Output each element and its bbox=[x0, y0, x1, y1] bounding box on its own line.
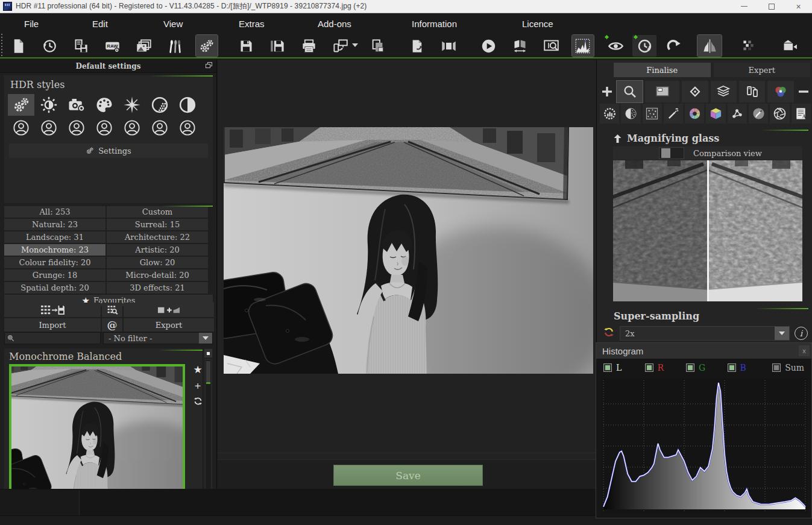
colour-cube-tool[interactable] bbox=[706, 104, 725, 124]
category-natural[interactable]: Natural: 23 bbox=[4, 219, 105, 230]
colour-wheel-tool[interactable] bbox=[685, 104, 704, 124]
menu-information[interactable]: Information bbox=[412, 13, 457, 34]
category-colour-fidelity[interactable]: Colour fidelity: 20 bbox=[4, 257, 105, 268]
import-presets-icon[interactable] bbox=[4, 303, 101, 317]
style-globe-dots-icon[interactable] bbox=[146, 94, 173, 116]
style-gears-icon[interactable] bbox=[8, 94, 34, 116]
export-button[interactable]: Export bbox=[124, 318, 214, 332]
menu-add-ons[interactable]: Add-ons bbox=[318, 13, 351, 34]
info-icon[interactable]: i bbox=[795, 327, 808, 340]
search-input[interactable] bbox=[15, 334, 93, 342]
dropdown-caret-icon[interactable] bbox=[352, 43, 358, 47]
new-file-button[interactable] bbox=[7, 35, 29, 57]
super-sampling-dropdown[interactable]: 2x bbox=[620, 326, 790, 341]
aperture-tool[interactable] bbox=[770, 104, 789, 124]
image-gallery-button[interactable] bbox=[133, 35, 154, 57]
channel-g[interactable]: G bbox=[686, 363, 728, 373]
add-preset-button[interactable] bbox=[600, 81, 614, 102]
preset-search-field[interactable] bbox=[4, 332, 101, 344]
camera-export-button[interactable] bbox=[777, 35, 801, 57]
denoise-dots-tool[interactable] bbox=[643, 104, 662, 124]
filter-dropdown[interactable]: - No filter - bbox=[103, 332, 213, 344]
style-sparkle-icon[interactable] bbox=[119, 94, 145, 116]
checkbox[interactable] bbox=[728, 363, 736, 372]
sync-preset-icon[interactable] bbox=[193, 396, 203, 406]
menu-licence[interactable]: Licence bbox=[522, 13, 553, 34]
optimisation-gear-tool[interactable] bbox=[600, 104, 619, 124]
chevron-down-icon[interactable] bbox=[775, 327, 789, 340]
brushes-button[interactable] bbox=[164, 35, 186, 57]
copy-stack-button[interactable] bbox=[367, 35, 389, 57]
comparison-toggle[interactable] bbox=[659, 147, 684, 159]
flip-horizontal-button[interactable] bbox=[697, 35, 722, 57]
copy-save-button[interactable] bbox=[70, 35, 92, 57]
checkbox[interactable] bbox=[645, 363, 653, 372]
preview-eye-button[interactable] bbox=[603, 35, 628, 57]
magnifying-glass-tool[interactable] bbox=[617, 81, 643, 102]
chevron-down-icon[interactable] bbox=[199, 333, 212, 344]
layers-tool[interactable] bbox=[711, 81, 737, 102]
channel-sum[interactable]: Sum bbox=[772, 363, 804, 373]
view-magnifier-button[interactable] bbox=[541, 35, 562, 57]
picture-in-picture-tool[interactable] bbox=[645, 81, 679, 102]
point-of-interest-tool[interactable] bbox=[682, 81, 708, 102]
user-style-icon[interactable] bbox=[146, 117, 173, 139]
channel-r[interactable]: R bbox=[645, 363, 687, 373]
brush-tool[interactable] bbox=[749, 104, 768, 124]
category-glow[interactable]: Glow: 20 bbox=[107, 257, 208, 268]
checkbox[interactable] bbox=[772, 363, 781, 372]
checker-pattern-button[interactable] bbox=[737, 35, 761, 57]
category-spatial-depth[interactable]: Spatial depth: 20 bbox=[4, 282, 105, 294]
user-style-icon[interactable] bbox=[36, 117, 62, 139]
category-grunge[interactable]: Grunge: 18 bbox=[4, 269, 105, 281]
redo-button[interactable] bbox=[661, 35, 685, 57]
favourite-star-icon[interactable]: ★ bbox=[193, 365, 202, 375]
category-surreal[interactable]: Surreal: 15 bbox=[107, 219, 208, 230]
compare-width-button[interactable] bbox=[509, 35, 531, 57]
style-contrast-sun-icon[interactable] bbox=[36, 94, 62, 116]
undock-panel-icon[interactable] bbox=[206, 62, 212, 69]
text-document-tool[interactable] bbox=[792, 104, 811, 124]
category-landscape[interactable]: Landscape: 31 bbox=[4, 231, 105, 243]
batch-panels-tool[interactable] bbox=[739, 81, 765, 102]
scrollbar-thumb[interactable] bbox=[206, 361, 210, 384]
menu-extras[interactable]: Extras bbox=[239, 13, 265, 34]
retouch-wand-tool[interactable] bbox=[664, 104, 683, 124]
menu-view[interactable]: View bbox=[163, 13, 183, 34]
rgb-channels-tool[interactable] bbox=[767, 81, 793, 102]
menu-edit[interactable]: Edit bbox=[92, 13, 108, 34]
comparison-divider[interactable] bbox=[707, 160, 709, 301]
user-style-icon[interactable] bbox=[91, 117, 118, 139]
super-sampling-header[interactable]: Super-sampling bbox=[614, 310, 699, 322]
histogram-header[interactable]: Histogram x bbox=[596, 343, 811, 359]
gradient-sphere-tool[interactable] bbox=[621, 104, 640, 124]
category-architecture[interactable]: Architecture: 22 bbox=[107, 231, 208, 243]
user-style-icon[interactable] bbox=[8, 117, 34, 139]
preview-timer-button[interactable] bbox=[632, 35, 656, 57]
histogram-view-button[interactable] bbox=[572, 35, 594, 57]
checkbox[interactable] bbox=[603, 363, 612, 372]
resample-refresh-icon[interactable] bbox=[603, 326, 615, 341]
comparison-view[interactable] bbox=[613, 160, 802, 301]
save-button-toolbar[interactable] bbox=[236, 35, 257, 57]
toggle-handle[interactable] bbox=[661, 148, 670, 158]
minimize-button[interactable] bbox=[731, 0, 758, 13]
category-all[interactable]: All: 253 bbox=[4, 206, 105, 218]
print-button[interactable] bbox=[298, 35, 320, 57]
raw-settings-button[interactable] bbox=[101, 35, 123, 57]
close-icon[interactable]: x bbox=[799, 345, 810, 356]
tab-expert[interactable]: Expert bbox=[714, 63, 811, 77]
settings-button[interactable]: Settings bbox=[9, 143, 208, 158]
user-style-icon[interactable] bbox=[119, 117, 145, 139]
preview-image[interactable] bbox=[224, 127, 593, 374]
style-palette-icon[interactable] bbox=[91, 94, 118, 116]
category-custom[interactable]: Custom bbox=[107, 206, 208, 218]
panorama-view-button[interactable] bbox=[438, 35, 460, 57]
import-button[interactable]: Import bbox=[4, 318, 101, 332]
preset-browser-icon[interactable] bbox=[102, 303, 122, 317]
titlebar[interactable]: HDR #11 professional (64 bit) - Register… bbox=[0, 0, 812, 13]
user-style-icon[interactable] bbox=[63, 117, 90, 139]
web-presets-button[interactable]: @ bbox=[102, 318, 122, 332]
scroll-up-button[interactable] bbox=[204, 349, 212, 357]
checkbox[interactable] bbox=[686, 363, 694, 372]
